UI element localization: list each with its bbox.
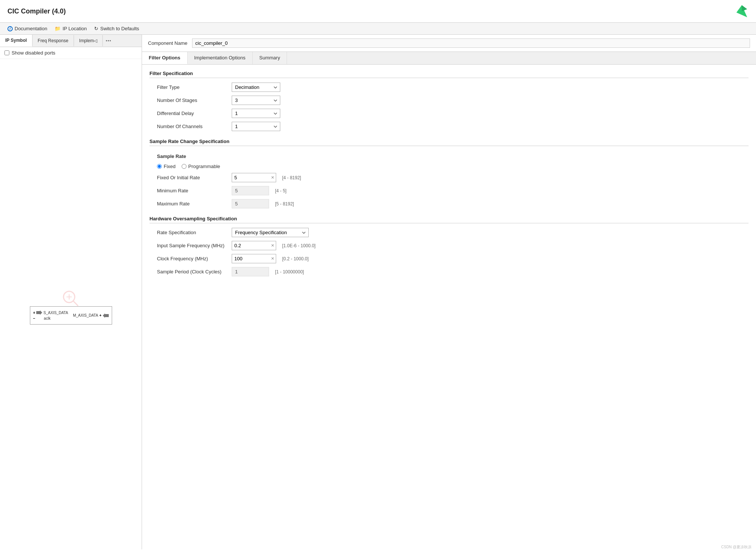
number-of-stages-label: Number Of Stages <box>157 97 232 103</box>
clock-freq-range: [0.2 - 1000.0] <box>282 256 309 261</box>
input-sample-freq-row: Input Sample Frequency (MHz) ✕ [1.0E-6 -… <box>149 241 749 250</box>
input-sample-freq-clear-button[interactable]: ✕ <box>269 242 276 249</box>
ip-location-label: IP Location <box>62 26 87 31</box>
filter-type-select[interactable]: Decimation Interpolation <box>232 83 280 92</box>
svg-marker-10 <box>40 310 42 315</box>
minimum-rate-range: [4 - 5] <box>275 188 287 193</box>
svg-marker-1 <box>742 5 747 11</box>
sample-rate-radio-group: Fixed Programmable <box>149 164 749 169</box>
documentation-button[interactable]: i Documentation <box>7 26 47 31</box>
tab-summary[interactable]: Summary <box>253 52 287 64</box>
component-name-row: Component Name <box>142 35 756 52</box>
hardware-oversampling-title: Hardware Oversampling Specification <box>149 216 749 223</box>
fixed-initial-rate-input-wrapper: ✕ <box>232 173 276 182</box>
folder-icon: 📁 <box>55 26 61 31</box>
fixed-initial-rate-input[interactable] <box>232 173 269 182</box>
differential-delay-control: 1 2 <box>232 109 280 118</box>
sample-period-label: Sample Period (Clock Cycles) <box>157 269 232 275</box>
fixed-initial-rate-range: [4 - 8192] <box>282 175 301 180</box>
maximum-rate-value: 5 <box>232 199 269 208</box>
tab-more-button[interactable] <box>103 35 114 46</box>
input-sample-freq-range: [1.0E-6 - 1000.0] <box>282 243 315 248</box>
watermark: CSDN @夏凉秋凉 <box>721 545 752 549</box>
fixed-initial-rate-clear-button[interactable]: ✕ <box>269 174 276 181</box>
number-of-channels-select[interactable]: 1 2 3 4 <box>232 122 280 131</box>
right-panel: Component Name Filter Options Implementa… <box>142 35 756 549</box>
minimum-rate-control: 5 [4 - 5] <box>232 186 287 195</box>
maximum-rate-label: Maximum Rate <box>157 201 232 207</box>
number-of-channels-label: Number Of Channels <box>157 124 232 129</box>
number-of-stages-select[interactable]: 1 2 3 4 5 6 <box>232 96 280 105</box>
sample-rate-subsection-title: Sample Rate <box>149 151 749 162</box>
ip-location-button[interactable]: 📁 IP Location <box>55 26 87 31</box>
rate-specification-select[interactable]: Frequency Specification Hardware Oversam… <box>232 228 309 237</box>
component-name-label: Component Name <box>148 40 188 46</box>
input-sample-freq-label: Input Sample Frequency (MHz) <box>157 243 232 248</box>
left-panel: IP Symbol Freq Response Implem◁ Show dis… <box>0 35 142 549</box>
svg-line-6 <box>73 301 78 306</box>
filter-type-row: Filter Type Decimation Interpolation <box>149 83 749 92</box>
s-axis-data-label: S_AXIS_DATA <box>43 311 68 315</box>
sample-period-row: Sample Period (Clock Cycles) 1 [1 - 1000… <box>149 267 749 276</box>
left-ports: + S_AXIS_DATA − aclk <box>33 310 68 320</box>
sample-rate-change-title: Sample Rate Change Specification <box>149 139 749 146</box>
differential-delay-row: Differential Delay 1 2 <box>149 109 749 118</box>
fixed-initial-rate-control: ✕ [4 - 8192] <box>232 173 301 182</box>
documentation-label: Documentation <box>15 26 47 31</box>
tab-ip-symbol[interactable]: IP Symbol <box>0 35 33 47</box>
main-tab-row: Filter Options Implementation Options Su… <box>142 52 756 65</box>
programmable-label: Programmable <box>188 164 220 169</box>
clock-freq-control: ✕ [0.2 - 1000.0] <box>232 254 309 263</box>
m-axis-connector-icon <box>103 313 109 318</box>
input-sample-freq-input[interactable] <box>232 241 269 250</box>
rate-specification-label: Rate Specification <box>157 230 232 235</box>
logo-icon <box>735 4 749 18</box>
refresh-icon: ↻ <box>94 26 98 31</box>
fixed-radio-option[interactable]: Fixed <box>157 164 176 169</box>
clock-freq-wrapper: ✕ <box>232 254 276 263</box>
svg-point-3 <box>108 40 109 41</box>
clock-freq-clear-button[interactable]: ✕ <box>269 255 276 262</box>
fixed-radio[interactable] <box>157 164 162 169</box>
toolbar: i Documentation 📁 IP Location ↻ Switch t… <box>0 23 756 35</box>
programmable-radio[interactable] <box>182 164 186 169</box>
clock-freq-label: Clock Frequency (MHz) <box>157 256 232 261</box>
tab-implementation-options[interactable]: Implementation Options <box>188 52 253 64</box>
filter-type-control: Decimation Interpolation <box>232 83 280 92</box>
input-sample-freq-wrapper: ✕ <box>232 241 276 250</box>
number-of-stages-control: 1 2 3 4 5 6 <box>232 96 280 105</box>
number-of-channels-row: Number Of Channels 1 2 3 4 <box>149 122 749 131</box>
tab-filter-options[interactable]: Filter Options <box>142 52 188 64</box>
ip-block: + S_AXIS_DATA − aclk <box>30 306 112 325</box>
sample-rate-change-section: Sample Rate Change Specification Sample … <box>149 139 749 208</box>
fixed-initial-rate-label: Fixed Or Initial Rate <box>157 175 232 180</box>
aclk-minus-icon: − <box>33 316 36 320</box>
m-axis-data-label: M_AXIS_DATA <box>73 313 98 317</box>
maximum-rate-control: 5 [5 - 8192] <box>232 199 294 208</box>
aclk-label: aclk <box>44 316 50 320</box>
show-disabled-ports-checkbox[interactable] <box>4 50 9 55</box>
rate-specification-row: Rate Specification Frequency Specificati… <box>149 228 749 237</box>
filter-specification-section: Filter Specification Filter Type Decimat… <box>149 71 749 131</box>
component-name-input[interactable] <box>192 38 750 48</box>
sample-period-range: [1 - 10000000] <box>275 269 304 275</box>
maximum-rate-row: Maximum Rate 5 [5 - 8192] <box>149 199 749 208</box>
number-of-stages-row: Number Of Stages 1 2 3 4 5 6 <box>149 96 749 105</box>
tab-freq-response[interactable]: Freq Response <box>33 35 74 46</box>
s-axis-connector-icon <box>36 310 42 315</box>
magnifier-icon <box>62 289 80 308</box>
differential-delay-select[interactable]: 1 2 <box>232 109 280 118</box>
show-disabled-ports-label[interactable]: Show disabled ports <box>12 50 55 56</box>
number-of-channels-control: 1 2 3 4 <box>232 122 280 131</box>
maximum-rate-range: [5 - 8192] <box>275 201 294 207</box>
filter-type-label: Filter Type <box>157 84 232 90</box>
filter-specification-title: Filter Specification <box>149 71 749 78</box>
switch-defaults-button[interactable]: ↻ Switch to Defaults <box>94 26 139 31</box>
svg-marker-12 <box>103 313 105 318</box>
app-title: CIC Compiler (4.0) <box>7 7 66 15</box>
tab-implem[interactable]: Implem◁ <box>74 35 103 46</box>
programmable-radio-option[interactable]: Programmable <box>182 164 220 169</box>
clock-freq-row: Clock Frequency (MHz) ✕ [0.2 - 1000.0] <box>149 254 749 263</box>
clock-freq-input[interactable] <box>232 254 269 263</box>
sample-period-value: 1 <box>232 267 269 276</box>
